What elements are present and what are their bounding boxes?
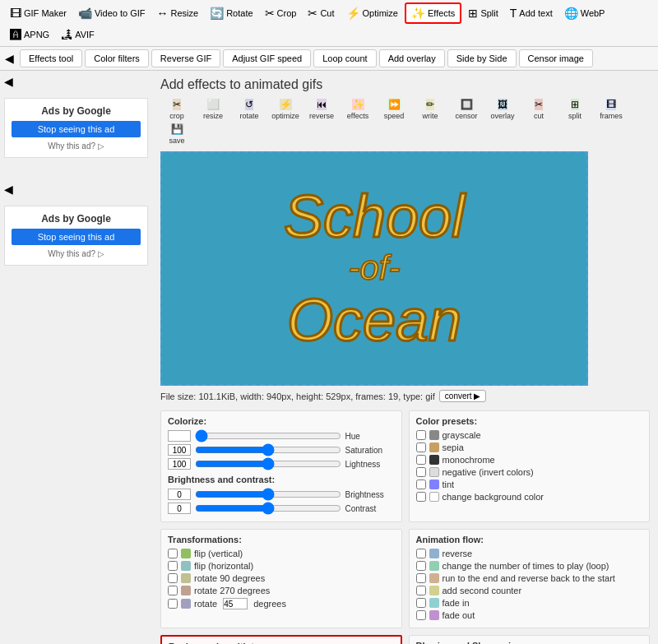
tab-reverse-gif[interactable]: Reverse GIF bbox=[151, 49, 220, 67]
preset-monochrome-label: monochrome bbox=[443, 455, 495, 465]
ads-why-1[interactable]: Why this ad? ▷ bbox=[48, 141, 104, 151]
tool-rotate[interactable]: ↺ rotate bbox=[233, 99, 266, 120]
hue-input[interactable] bbox=[168, 430, 191, 442]
tool-frames[interactable]: 🎞 frames bbox=[595, 99, 628, 120]
brightness-row: Brightness bbox=[168, 489, 395, 500]
rotate270-checkbox[interactable] bbox=[168, 586, 178, 595]
flip-horizontal-checkbox[interactable] bbox=[168, 561, 178, 571]
sub-navigation: ◀ Effects tool Color filters Reverse GIF… bbox=[0, 47, 658, 71]
stop-seeing-ad-btn-2[interactable]: Stop seeing this ad bbox=[12, 229, 141, 245]
anim-fade-out-checkbox[interactable] bbox=[416, 610, 426, 620]
transform-rotate270: rotate 270 degrees bbox=[168, 586, 395, 595]
tab-side-by-side[interactable]: Side by Side bbox=[447, 49, 517, 67]
tool-resize[interactable]: ⬜ resize bbox=[197, 99, 229, 120]
preset-change-bg-label: change background color bbox=[443, 492, 544, 502]
saturation-slider[interactable] bbox=[195, 445, 341, 455]
tool-overlay[interactable]: 🖼 overlay bbox=[486, 99, 519, 120]
tool-optimize-icon: ⚡ bbox=[280, 99, 292, 110]
anim-fade-in-label: fade in bbox=[443, 598, 470, 608]
convert-button[interactable]: convert ▶ bbox=[439, 390, 487, 402]
sidebar-collapse-arrow-2[interactable]: ◀ bbox=[4, 183, 148, 196]
tool-cut[interactable]: ✂ cut bbox=[522, 99, 555, 120]
tool-censor[interactable]: 🔲 censor bbox=[450, 99, 483, 120]
stop-seeing-ad-btn-1[interactable]: Stop seeing this ad bbox=[12, 121, 141, 137]
nav-effects[interactable]: ✨ Effects bbox=[405, 2, 461, 24]
preset-change-bg-checkbox[interactable] bbox=[416, 492, 426, 502]
colorize-title: Colorize: bbox=[168, 416, 395, 426]
contrast-slider[interactable] bbox=[195, 503, 341, 513]
tool-speed[interactable]: ⏩ speed bbox=[378, 99, 410, 120]
nav-cut[interactable]: ✂ Cut bbox=[303, 4, 339, 22]
tab-effects-tool[interactable]: Effects tool bbox=[20, 49, 82, 67]
tab-add-overlay[interactable]: Add overlay bbox=[379, 49, 445, 67]
tool-split[interactable]: ⊞ split bbox=[558, 99, 591, 120]
tool-effects-label: effects bbox=[347, 112, 368, 120]
tool-write-label: write bbox=[422, 112, 438, 120]
transform-rotate-custom: rotate degrees bbox=[168, 598, 395, 609]
rotate-custom-checkbox[interactable] bbox=[168, 599, 178, 609]
tool-effects[interactable]: ✨ effects bbox=[341, 99, 374, 120]
flip-h-label: flip (horizontal) bbox=[194, 561, 253, 571]
animation-flow-section: Animation flow: reverse change the numbe… bbox=[409, 529, 651, 628]
preset-negative-checkbox[interactable] bbox=[416, 467, 426, 477]
tool-frames-label: frames bbox=[600, 112, 623, 120]
anim-fade-out-label: fade out bbox=[443, 610, 475, 620]
anim-reverse-checkbox[interactable] bbox=[416, 549, 426, 558]
nav-video-to-gif[interactable]: 📹 Video to GIF bbox=[73, 4, 151, 22]
anim-second-counter-icon bbox=[429, 586, 439, 595]
tool-crop-icon: ✂ bbox=[173, 99, 181, 110]
preset-sepia-checkbox[interactable] bbox=[416, 442, 426, 452]
tool-resize-icon: ⬜ bbox=[207, 99, 220, 110]
colorize-saturation-row: Saturation bbox=[168, 444, 395, 456]
nav-resize[interactable]: ↔ Resize bbox=[152, 4, 204, 22]
preset-tint-checkbox[interactable] bbox=[416, 480, 426, 489]
page-title: Add effects to animated gifs bbox=[160, 77, 650, 92]
brightness-slider[interactable] bbox=[195, 489, 341, 499]
ads-why-2[interactable]: Why this ad? ▷ bbox=[48, 249, 104, 258]
tool-optimize[interactable]: ⚡ optimize bbox=[269, 99, 302, 120]
nav-crop[interactable]: ✂ Crop bbox=[260, 4, 302, 22]
anim-second-counter-checkbox[interactable] bbox=[416, 586, 426, 595]
nav-optimize[interactable]: ⚡ Optimize bbox=[341, 4, 403, 22]
preset-grayscale: grayscale bbox=[416, 430, 643, 440]
tool-reverse-label: reverse bbox=[309, 112, 334, 120]
nav-apng[interactable]: 🅰 APNG bbox=[5, 25, 54, 44]
nav-rotate[interactable]: 🔄 Rotate bbox=[205, 4, 257, 22]
saturation-input[interactable] bbox=[168, 444, 191, 456]
tab-censor-image[interactable]: Censor image bbox=[519, 49, 593, 67]
anim-loop: change the number of times to play (loop… bbox=[416, 561, 643, 571]
rotate90-checkbox[interactable] bbox=[168, 573, 178, 583]
tool-write[interactable]: ✏ write bbox=[414, 99, 447, 120]
contrast-input[interactable] bbox=[168, 503, 191, 514]
anim-fade-in-checkbox[interactable] bbox=[416, 598, 426, 608]
sub-nav-back-arrow[interactable]: ◀ bbox=[5, 52, 14, 65]
tool-icons-row: ✂ crop ⬜ resize ↺ rotate ⚡ optimize ⏮ re… bbox=[160, 99, 650, 145]
tab-adjust-gif-speed[interactable]: Adjust GIF speed bbox=[223, 49, 311, 67]
preset-monochrome-checkbox[interactable] bbox=[416, 455, 426, 465]
apng-icon: 🅰 bbox=[10, 28, 21, 41]
tab-color-filters[interactable]: Color filters bbox=[85, 49, 149, 67]
anim-ping-pong-checkbox[interactable] bbox=[416, 573, 426, 583]
nav-avif[interactable]: 🏞 AVIF bbox=[56, 25, 100, 44]
tool-crop[interactable]: ✂ crop bbox=[160, 99, 193, 120]
preset-grayscale-checkbox[interactable] bbox=[416, 430, 426, 440]
sidebar-collapse-arrow[interactable]: ◀ bbox=[4, 75, 148, 88]
nav-webp[interactable]: 🌐 WebP bbox=[559, 4, 610, 22]
nav-split[interactable]: ⊞ Split bbox=[463, 4, 503, 22]
tool-censor-label: censor bbox=[455, 112, 477, 120]
brightness-input[interactable] bbox=[168, 489, 191, 500]
rotate-degree-input[interactable] bbox=[223, 598, 248, 609]
transform-flip-v: flip (vertical) bbox=[168, 549, 395, 558]
tab-loop-count[interactable]: Loop count bbox=[313, 49, 376, 67]
lightness-slider[interactable] bbox=[195, 459, 341, 469]
blur-sharpen-title: Blurring and Sharpening: bbox=[416, 641, 643, 644]
tool-censor-icon: 🔲 bbox=[461, 99, 473, 110]
nav-add-text[interactable]: T Add text bbox=[505, 4, 558, 22]
hue-slider[interactable] bbox=[195, 431, 341, 441]
tool-reverse[interactable]: ⏮ reverse bbox=[305, 99, 338, 120]
nav-gif-maker[interactable]: 🎞 GIF Maker bbox=[5, 4, 72, 22]
anim-loop-checkbox[interactable] bbox=[416, 561, 426, 571]
tool-save[interactable]: 💾 save bbox=[160, 123, 193, 145]
flip-vertical-checkbox[interactable] bbox=[168, 549, 178, 558]
lightness-input[interactable] bbox=[168, 458, 191, 470]
